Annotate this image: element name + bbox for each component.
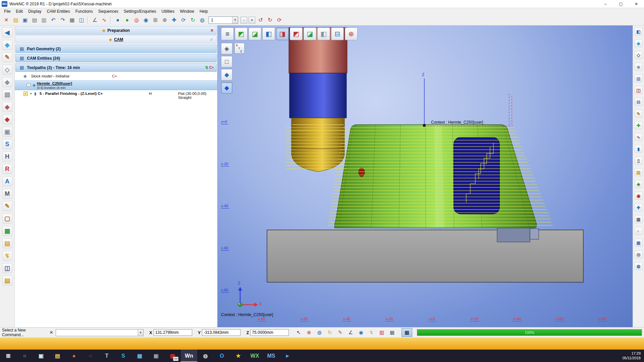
window-layout-icon[interactable]: ◫ — [77, 16, 86, 24]
rotate-y-icon[interactable]: ↻ — [266, 16, 274, 24]
solid-cube-icon[interactable]: ◆ — [221, 69, 232, 80]
dynamic-section-icon[interactable]: ⊟ — [635, 98, 643, 106]
stock-model-icon[interactable]: ▤ — [2, 276, 12, 286]
level-selector[interactable]: 1 ▼ — [209, 16, 238, 24]
undo-icon[interactable]: ↶ — [49, 16, 58, 24]
command-combobox[interactable]: ▼ — [56, 329, 144, 336]
menu-cam-entities[interactable]: CAM Entities — [44, 8, 72, 14]
close-file-icon[interactable]: ✕ — [2, 16, 11, 24]
open-file-icon[interactable]: ▨ — [11, 16, 20, 24]
zoom-sphere-icon[interactable]: ◉ — [142, 16, 150, 24]
roughing-icon[interactable]: R — [2, 164, 12, 174]
iso-view-icon[interactable]: ◩ — [235, 27, 248, 40]
axes-display-icon[interactable]: ✚ — [635, 203, 643, 212]
rotate-x-icon[interactable]: ↺ — [256, 16, 265, 24]
section-cam-entities[interactable]: ▤ CAM Entities (24) — [15, 54, 217, 62]
previous-menu-icon[interactable]: ◀ — [2, 27, 12, 38]
front-view-icon[interactable]: ◪ — [249, 27, 261, 40]
search-button[interactable]: ○ — [16, 350, 33, 362]
hidden-line-icon[interactable]: ◈ — [635, 63, 643, 71]
taskbar-clock[interactable]: 17:29 05/11/2018 — [623, 350, 644, 362]
stock-geometry-icon[interactable]: ▣ — [2, 127, 12, 137]
solids-icon[interactable]: ◆ — [2, 77, 12, 87]
print-icon[interactable]: ▤ — [30, 16, 39, 24]
edit-geometry-icon[interactable]: ✎ — [2, 52, 12, 62]
table-info-icon[interactable]: ▦ — [388, 328, 396, 337]
transparency-icon[interactable]: ▨ — [635, 74, 643, 82]
points-icon[interactable]: ◆ — [2, 114, 12, 124]
axes-cube-icon[interactable]: ◈ — [221, 43, 232, 54]
level-plus-button[interactable]: + — [249, 17, 255, 23]
tool-display-icon[interactable]: ▮ — [635, 145, 643, 153]
refresh-view-icon[interactable]: ↻ — [189, 16, 197, 24]
bottom-view-icon[interactable]: ◧ — [317, 27, 330, 40]
top-view-icon[interactable]: ◨ — [276, 27, 289, 40]
view-sphere-icon[interactable]: ◍ — [315, 328, 323, 337]
menu-window[interactable]: Window — [177, 8, 197, 14]
measure-distance-icon[interactable]: ✎ — [336, 328, 344, 337]
tree-row-toolpath[interactable]: ✓ ● ▮ 5 - Parallel Finishing - (Z-Level)… — [15, 91, 217, 97]
region-icon[interactable]: ▢ — [2, 214, 12, 224]
boundary-icon[interactable]: ▩ — [2, 226, 12, 236]
menu-settings-enquiries[interactable]: Settings/Enquiries — [121, 8, 159, 14]
xyz-axes-icon[interactable]: X Y Z — [234, 43, 245, 54]
menu-functions[interactable]: Functions — [73, 8, 96, 14]
menu-file[interactable]: File — [1, 8, 13, 14]
z-coordinate-input[interactable] — [250, 329, 289, 336]
layers-icon[interactable]: ▤ — [2, 238, 12, 248]
task-view-button[interactable]: ▣ — [33, 350, 49, 362]
outlook-app[interactable]: O — [214, 350, 230, 362]
viewport-3d[interactable]: ≡◩◪◧◨◩◪◧⊟⊕ ◈□◆◆ X Y Z Context : Hermle_C… — [218, 25, 633, 327]
rotate-view-icon[interactable]: ↻ — [326, 328, 334, 337]
simulation-icon[interactable]: ↯ — [2, 251, 12, 261]
annotation-icon[interactable]: ✚ — [635, 121, 643, 129]
save-icon[interactable]: ▣ — [21, 16, 30, 24]
wire-cube-icon[interactable]: □ — [221, 56, 232, 67]
capture-icon[interactable]: ◎ — [635, 250, 643, 258]
part-display-icon[interactable]: ◆ — [635, 180, 643, 188]
close-panel-icon[interactable]: ✕ — [210, 28, 214, 33]
image-editor-app[interactable]: ◍ — [197, 350, 214, 362]
section-toolpaths[interactable]: ▤ Toolpaths (3) - Time: 16 min ↯C+ — [15, 63, 217, 72]
section-view-icon[interactable]: ⊟ — [331, 27, 344, 40]
pointer-help-icon[interactable]: ↖ — [294, 328, 303, 337]
sequences-icon[interactable]: S — [2, 139, 12, 149]
shading-icon[interactable]: ◆ — [635, 39, 643, 47]
light-settings-icon[interactable]: ◐ — [635, 227, 643, 235]
toolpath-checkbox[interactable]: ✓ — [23, 92, 28, 96]
file-explorer-app[interactable]: ▤ — [49, 350, 66, 362]
left-view-icon[interactable]: ◧ — [262, 27, 275, 40]
print-preview-icon[interactable]: ▥ — [40, 16, 48, 24]
grid-display-icon[interactable]: ▦ — [635, 215, 643, 223]
skype-app[interactable]: S — [115, 350, 131, 362]
back-view-icon[interactable]: ◪ — [304, 27, 316, 40]
machining-icon[interactable]: M — [2, 189, 12, 199]
numeric-input-icon[interactable]: ▦ — [401, 328, 412, 337]
menu-utilities[interactable]: Utilities — [159, 8, 177, 14]
pan-view-icon[interactable]: ✚ — [170, 16, 178, 24]
toolpath-curve-icon[interactable]: ∿ — [100, 16, 109, 24]
chevron-down-icon[interactable]: ▼ — [232, 17, 238, 23]
curves-icon[interactable]: ◈ — [2, 102, 12, 112]
mesh-icon[interactable]: ▧ — [2, 89, 12, 100]
calendar-app[interactable]: ▦ — [131, 350, 148, 362]
dynamic-view-icon[interactable]: ◍ — [198, 16, 207, 24]
background-icon[interactable]: ▩ — [635, 239, 643, 247]
clear-command-icon[interactable]: ✕ — [50, 330, 53, 335]
start-button[interactable]: ⊞ — [0, 350, 16, 362]
analysis-icon[interactable]: A — [2, 176, 12, 186]
machine-view-icon[interactable]: ◫ — [2, 263, 12, 273]
toolpath-display-icon[interactable]: ∿ — [635, 133, 643, 141]
close-button[interactable]: ✕ — [629, 0, 644, 8]
z-limits-icon[interactable]: ↯ — [367, 328, 375, 337]
tree-row-machine[interactable]: − ◈ Hermle_C250[user] (3-5) Duration 16 … — [15, 80, 217, 90]
menu-edit[interactable]: Edit — [13, 8, 25, 14]
stock-display-icon[interactable]: ▤ — [635, 168, 643, 176]
opera-app[interactable]: ○ — [82, 350, 99, 362]
tree-row-stock-model[interactable]: ◉ Stock model - Initialise C+ — [15, 73, 217, 79]
shaded-cube-icon[interactable]: ◆ — [221, 82, 232, 94]
shaded-sphere-icon[interactable]: ● — [123, 16, 131, 24]
zoom-view-icon[interactable]: ⊕ — [345, 27, 358, 40]
firefox-app[interactable]: ● — [66, 350, 82, 362]
share-app[interactable]: ► — [279, 350, 296, 362]
